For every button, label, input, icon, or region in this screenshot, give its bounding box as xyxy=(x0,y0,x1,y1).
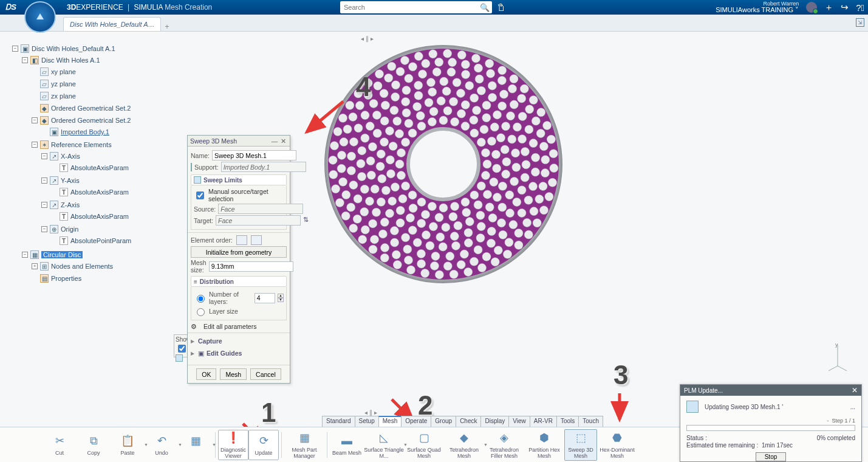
svg-point-244 xyxy=(533,219,541,227)
tree-toggle[interactable]: − xyxy=(12,46,18,52)
tetrahedron-filler-mesh-button[interactable]: ◈Tetrahedron Filler Mesh xyxy=(484,429,524,461)
share-icon[interactable]: ↪ xyxy=(841,2,849,13)
new-tab-button[interactable]: + xyxy=(165,22,169,31)
tree-item[interactable]: Disc With Holes A.1 xyxy=(41,57,100,64)
tree-item[interactable]: xy plane xyxy=(51,68,76,75)
tree-item[interactable]: Origin xyxy=(61,226,78,233)
tab-view[interactable]: View xyxy=(508,416,530,427)
tab-group[interactable]: Group xyxy=(431,416,456,427)
tree-item[interactable]: Imported Body.1 xyxy=(61,128,109,136)
3d-viewport[interactable]: y xyxy=(188,32,868,427)
tree-toggle[interactable]: + xyxy=(32,263,38,269)
tab-operate[interactable]: Operate xyxy=(401,416,431,427)
tab-setup[interactable]: Setup xyxy=(355,416,379,427)
tree-item[interactable]: Z-Axis xyxy=(61,201,80,209)
svg-point-222 xyxy=(364,91,372,100)
svg-point-105 xyxy=(414,91,423,100)
tree-toggle[interactable]: − xyxy=(41,202,47,208)
tree-item[interactable]: AbsoluteAxisParam xyxy=(70,164,129,171)
search-input[interactable] xyxy=(343,3,480,12)
svg-point-272 xyxy=(388,62,396,71)
svg-point-25 xyxy=(470,129,479,137)
cut-button[interactable]: ✂Cut xyxy=(43,429,77,461)
avatar[interactable] xyxy=(806,2,817,13)
tree-root[interactable]: Disc With Holes_Default A.1 xyxy=(32,45,115,52)
tree-toggle[interactable]: − xyxy=(22,57,28,63)
svg-point-283 xyxy=(529,96,538,105)
tree-toggle[interactable]: − xyxy=(32,117,38,123)
search-box[interactable]: 🔍 xyxy=(340,1,492,13)
diagnostic-viewer-button[interactable]: ❗Diagnostic Viewer xyxy=(218,430,248,460)
tree-item[interactable]: Reference Elements xyxy=(51,141,112,148)
restore-window-icon[interactable]: ⇲ xyxy=(856,18,864,27)
close-icon[interactable]: ✕ xyxy=(852,386,858,395)
tag-icon[interactable]: 🏷 xyxy=(496,3,506,12)
tree-item-selected[interactable]: Circular Disc xyxy=(41,251,83,258)
surface-quad-mesh-button[interactable]: ▢Surface Quad Mesh xyxy=(404,429,444,461)
mesh-part-manager-button[interactable]: ▦Mesh Part Manager xyxy=(284,429,324,461)
tab-standard[interactable]: Standard xyxy=(322,416,355,427)
svg-point-82 xyxy=(501,145,509,154)
svg-point-214 xyxy=(342,191,350,199)
user-block[interactable]: Robert Warren SIMULIAworks TRAINING ˅ xyxy=(716,1,799,13)
tree-item[interactable]: AbsoluteAxisParam xyxy=(70,213,129,220)
tree-item[interactable]: Nodes and Elements xyxy=(51,263,113,270)
svg-point-118 xyxy=(506,209,514,218)
help-icon[interactable]: ?⃝ xyxy=(856,2,864,13)
plm-titlebar[interactable]: PLM Update... ✕ xyxy=(680,385,861,396)
tab-tools[interactable]: Tools xyxy=(556,416,579,427)
tree-toggle[interactable]: − xyxy=(22,252,28,258)
svg-point-284 xyxy=(537,108,545,117)
tab-mesh[interactable]: Mesh xyxy=(378,416,402,427)
tree-item[interactable]: zx plane xyxy=(51,92,76,100)
partition-hex-mesh-button[interactable]: ⬢Partition Hex Mesh xyxy=(524,429,564,461)
tree-item[interactable]: Y-Axis xyxy=(61,177,80,184)
svg-point-257 xyxy=(369,245,377,253)
tree-item[interactable]: Properties xyxy=(51,275,81,282)
svg-point-263 xyxy=(329,170,338,179)
svg-point-269 xyxy=(354,89,363,98)
tetrahedron-mesh-button[interactable]: ◆Tetrahedron Mesh▼ xyxy=(444,429,484,461)
svg-point-69 xyxy=(380,138,389,147)
document-tab[interactable]: Disc With Holes_Default A… xyxy=(63,17,161,31)
tree-toggle[interactable]: − xyxy=(32,142,38,148)
undo-button[interactable]: ↶Undo▼ xyxy=(145,429,179,461)
update-button[interactable]: ⟳Update xyxy=(248,430,279,460)
surface-triangle-mesh-button[interactable]: ◺Surface Triangle M...▼ xyxy=(364,429,404,461)
tree-toggle[interactable]: − xyxy=(41,178,47,184)
svg-point-260 xyxy=(341,212,350,220)
svg-point-91 xyxy=(436,233,445,241)
tree-toggle[interactable]: − xyxy=(41,226,47,232)
paste-button[interactable]: 📋Paste▼ xyxy=(111,429,145,461)
app-title: 3DEXPERIENCE | SIMULIA Mesh Creation xyxy=(67,3,212,12)
tree-item[interactable]: yz plane xyxy=(51,80,76,88)
bottom-splitter-handle[interactable]: ◂ ∥ ▸ xyxy=(364,409,377,416)
copy-button[interactable]: ⧉Copy xyxy=(77,429,111,461)
tab-display[interactable]: Display xyxy=(480,416,509,427)
tab-touch[interactable]: Touch xyxy=(578,416,603,427)
tree-item[interactable]: Ordered Geometrical Set.2 xyxy=(51,105,131,112)
svg-point-153 xyxy=(521,148,529,156)
beam-mesh-button[interactable]: ▬Beam Mesh xyxy=(330,429,364,461)
axis-icon: ↗ xyxy=(50,152,58,160)
stop-button[interactable]: Stop xyxy=(756,452,787,461)
svg-point-149 xyxy=(498,102,507,110)
tab-check[interactable]: Check xyxy=(456,416,481,427)
origin-icon: ⊕ xyxy=(50,225,58,233)
svg-point-132 xyxy=(360,185,369,193)
context-button[interactable]: ▦ ▼ xyxy=(179,429,213,461)
tree-item[interactable]: AbsolutePointParam xyxy=(70,237,131,244)
axis-triad-icon[interactable]: y xyxy=(825,342,850,372)
show-checkbox[interactable] xyxy=(178,345,186,353)
search-icon[interactable]: 🔍 xyxy=(480,3,490,12)
tree-item[interactable]: Ordered Geometrical Set.2 xyxy=(51,117,131,124)
tree-toggle[interactable]: − xyxy=(41,153,47,159)
tree-item[interactable]: AbsoluteAxisParam xyxy=(70,188,129,196)
sweep-3d-mesh-button[interactable]: ⬚Sweep 3D Mesh xyxy=(564,429,597,461)
tab-arvr[interactable]: AR-VR xyxy=(530,416,557,427)
svg-point-145 xyxy=(453,78,461,87)
compass-icon[interactable] xyxy=(24,1,56,33)
hex-dominant-mesh-button[interactable]: ⬣Hex-Dominant Mesh xyxy=(597,429,637,461)
tree-item[interactable]: X-Axis xyxy=(61,153,80,160)
add-icon[interactable]: ＋ xyxy=(824,2,833,13)
